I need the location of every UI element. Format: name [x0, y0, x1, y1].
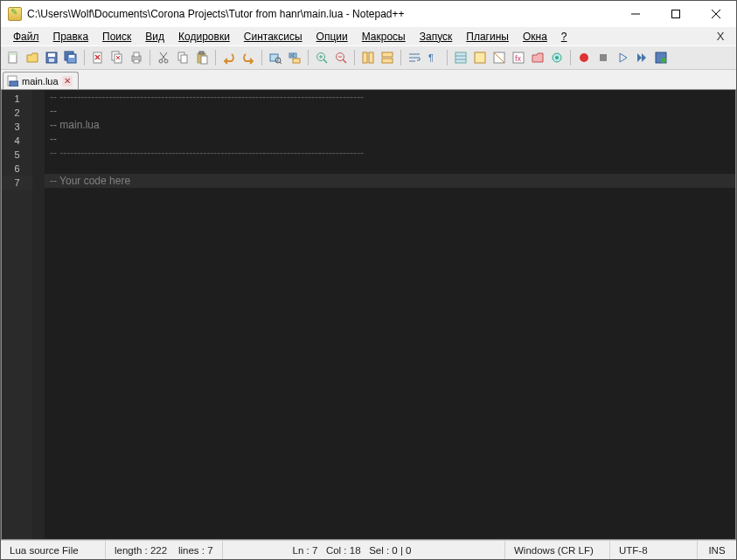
save-button[interactable] — [43, 49, 60, 66]
svg-rect-7 — [48, 53, 55, 57]
line-number: 1 — [2, 92, 32, 106]
play-macro-button[interactable] — [614, 49, 631, 66]
status-eol[interactable]: Windows (CR LF) — [505, 541, 610, 559]
svg-line-33 — [280, 62, 282, 64]
wordwrap-button[interactable] — [406, 49, 423, 66]
cut-button[interactable] — [155, 49, 172, 66]
svg-rect-11 — [69, 55, 74, 58]
record-macro-button[interactable] — [575, 49, 593, 66]
menu-options[interactable]: Опции — [309, 29, 355, 45]
menu-file[interactable]: Файл — [6, 29, 46, 45]
svg-text:fx: fx — [515, 54, 522, 63]
menu-macros[interactable]: Макросы — [355, 29, 413, 45]
code-line: -- -------------------------------------… — [45, 146, 735, 160]
zoom-in-button[interactable] — [313, 49, 330, 66]
find-button[interactable] — [267, 49, 284, 66]
folder-workspace-button[interactable] — [529, 49, 546, 66]
save-all-button[interactable] — [62, 49, 80, 66]
svg-rect-5 — [9, 52, 17, 55]
line-number: 4 — [2, 134, 32, 148]
doc-map-button[interactable] — [490, 49, 508, 66]
svg-rect-1 — [672, 10, 680, 18]
play-multi-button[interactable] — [633, 49, 650, 66]
function-list-button[interactable]: fx — [510, 49, 527, 66]
tab-close-icon[interactable]: ✕ — [62, 76, 73, 86]
code-line: -- Your code here — [45, 174, 735, 188]
code-area[interactable]: -- -------------------------------------… — [45, 90, 735, 539]
replace-button[interactable]: ab — [286, 49, 303, 66]
svg-rect-47 — [382, 59, 393, 63]
zoom-out-button[interactable] — [332, 49, 350, 66]
stop-macro-button[interactable] — [594, 49, 612, 66]
menu-edit[interactable]: Правка — [46, 29, 96, 45]
line-number: 2 — [2, 106, 32, 120]
code-line: -- main.lua — [45, 118, 735, 132]
show-all-chars-button[interactable]: ¶ — [425, 49, 442, 66]
menu-view[interactable]: Вид — [138, 29, 171, 45]
paste-button[interactable] — [193, 49, 211, 66]
monitoring-button[interactable] — [548, 49, 566, 66]
svg-rect-45 — [369, 52, 373, 63]
close-button[interactable] — [696, 1, 736, 27]
tab-bar: main.lua ✕ — [1, 70, 736, 89]
undo-button[interactable] — [220, 49, 238, 66]
svg-rect-27 — [181, 55, 187, 63]
user-lang-button[interactable] — [471, 49, 489, 66]
indent-guide-button[interactable] — [452, 49, 469, 66]
status-filetype: Lua source File — [1, 541, 106, 559]
svg-point-62 — [580, 53, 588, 62]
svg-text:¶: ¶ — [428, 52, 434, 63]
fold-margin — [32, 90, 45, 539]
copy-button[interactable] — [174, 49, 191, 66]
menu-windows[interactable]: Окна — [516, 29, 554, 45]
status-encoding[interactable]: UTF-8 — [610, 541, 698, 559]
mdi-close-icon[interactable]: X — [710, 30, 731, 43]
code-line: -- — [45, 132, 735, 146]
toolbar: ab ¶ fx — [1, 45, 736, 70]
code-line: -- -------------------------------------… — [45, 90, 735, 104]
menu-encoding[interactable]: Кодировки — [171, 29, 237, 45]
svg-text:ab: ab — [290, 52, 295, 58]
svg-rect-20 — [134, 52, 139, 57]
code-line: -- — [45, 104, 735, 118]
menu-help[interactable]: ? — [554, 29, 574, 45]
svg-rect-63 — [600, 54, 607, 61]
app-icon — [8, 7, 22, 21]
svg-rect-16 — [115, 54, 122, 63]
status-bar: Lua source File length : 222 lines : 7 L… — [1, 540, 736, 559]
minimize-button[interactable] — [615, 1, 656, 27]
code-line — [45, 160, 735, 174]
open-file-button[interactable] — [24, 49, 41, 66]
svg-point-22 — [159, 59, 163, 63]
maximize-button[interactable] — [656, 1, 696, 27]
svg-point-23 — [164, 59, 168, 63]
svg-rect-8 — [49, 59, 54, 62]
svg-rect-67 — [10, 81, 18, 86]
status-mode[interactable]: INS — [698, 541, 736, 559]
editor[interactable]: 1 2 3 4 5 6 7 -- -----------------------… — [1, 89, 736, 540]
sync-h-button[interactable] — [379, 49, 396, 66]
window-title: C:\Users\Wolf\Documents\Corona Projects\… — [27, 8, 405, 20]
menu-syntax[interactable]: Синтаксисы — [237, 29, 309, 45]
menu-run[interactable]: Запуск — [413, 29, 460, 45]
sync-v-button[interactable] — [359, 49, 377, 66]
line-number-gutter: 1 2 3 4 5 6 7 — [2, 90, 32, 539]
close-file-button[interactable] — [89, 49, 107, 66]
line-number: 7 — [2, 176, 32, 190]
status-position: Ln : 7 Col : 18 Sel : 0 | 0 — [223, 541, 505, 559]
file-icon — [7, 75, 18, 86]
menu-bar: Файл Правка Поиск Вид Кодировки Синтакси… — [1, 27, 736, 45]
svg-rect-52 — [455, 52, 466, 63]
close-all-button[interactable] — [108, 49, 126, 66]
redo-button[interactable] — [240, 49, 257, 66]
tab-label: main.lua — [22, 76, 59, 86]
menu-plugins[interactable]: Плагины — [459, 29, 516, 45]
save-macro-button[interactable] — [652, 49, 670, 66]
menu-search[interactable]: Поиск — [95, 29, 138, 45]
tab-main-lua[interactable]: main.lua ✕ — [3, 72, 79, 89]
print-button[interactable] — [128, 49, 145, 66]
line-number: 5 — [2, 148, 32, 162]
status-length: length : 222 lines : 7 — [106, 541, 223, 559]
new-file-button[interactable] — [4, 49, 22, 66]
svg-rect-30 — [201, 56, 207, 64]
